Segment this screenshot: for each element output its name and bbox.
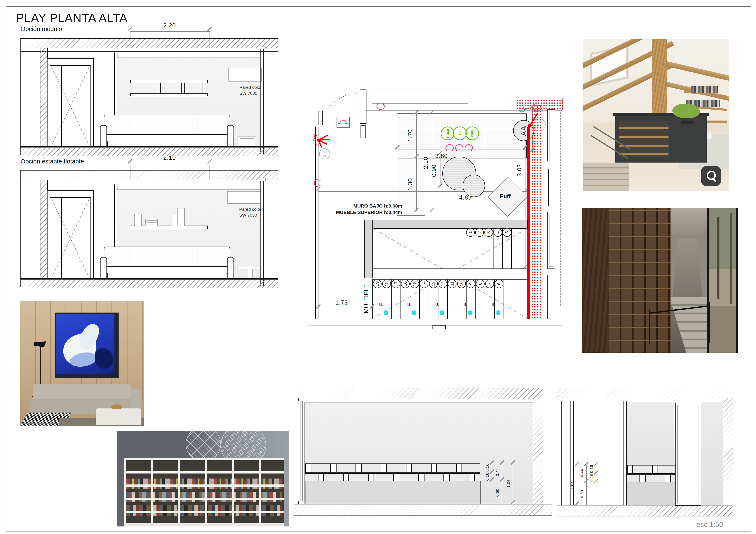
sofa-cushion-divider	[197, 115, 197, 134]
sofa-cushion-divider	[166, 115, 166, 134]
window-frame-inner	[549, 214, 553, 267]
dim-label-clear-front: 2.10	[422, 157, 429, 169]
dim-line-2-20	[130, 31, 210, 32]
sofa-back	[104, 246, 230, 267]
sofa-cushion-divider	[197, 247, 197, 266]
photo-attic-bedroom	[583, 39, 729, 191]
dim-line-0-90	[440, 154, 441, 187]
module-post	[134, 83, 137, 93]
plan-left-wall-inner	[318, 127, 318, 319]
shelf-rail-upper	[305, 464, 480, 472]
stair-tread-number: 1	[466, 228, 475, 237]
sofa-cushion-split	[82, 385, 82, 400]
plan-top-wall	[365, 107, 515, 107]
upper-cabinet-note: MUEBLE SUPERIOR h:0.44m	[329, 210, 402, 215]
drop-ceiling-line	[117, 58, 260, 58]
section-ceiling-hatch	[294, 388, 543, 399]
hdmi-connection: HDMI	[441, 126, 454, 140]
dim-label-window-wall: 3.03	[516, 164, 523, 176]
door-leaf	[50, 65, 91, 147]
abstract-painting	[55, 313, 119, 378]
wood-column	[582, 208, 609, 353]
plan-left-wall	[315, 127, 316, 319]
lens-magnifier-handle	[712, 178, 716, 182]
ceiling-slab-hatch	[20, 170, 278, 180]
adjacent-room-inner	[372, 90, 468, 104]
photo-living-room	[20, 301, 144, 426]
section-mullion	[573, 401, 574, 505]
module-post	[181, 83, 185, 93]
lens-search-button[interactable]	[701, 166, 721, 186]
floor-slab-hatch	[20, 279, 278, 288]
floor-line	[20, 278, 278, 279]
stair-wall-top	[364, 220, 528, 229]
multiple-label: MULTIPLE	[363, 279, 370, 318]
bookshelf-shelves	[619, 120, 668, 157]
sofa-seat	[104, 134, 230, 142]
section-glass-panel	[701, 402, 723, 505]
module-post	[158, 83, 161, 93]
floor-slab-hatch	[20, 147, 278, 156]
coffee-table	[96, 408, 142, 425]
low-wall	[627, 482, 676, 505]
tall-door-frame-inner	[677, 405, 698, 503]
elevation-left-edge	[20, 170, 20, 287]
step-light-led	[384, 311, 388, 315]
dim-label-total-h: 1.04	[506, 479, 511, 487]
low-wall-note: MURO BAJO h:0.60m	[342, 203, 402, 209]
hdmi-label: HDMI	[446, 129, 449, 138]
picture-frame	[134, 214, 142, 226]
low-wall	[305, 481, 481, 504]
wall-stub	[554, 275, 554, 319]
ceiling-slab-hatch	[20, 38, 278, 48]
stair-tread-number: 3	[484, 228, 493, 237]
stair-tread-number: 17	[392, 279, 400, 288]
section-ceiling-reveal	[317, 408, 533, 408]
scale-note: esc 1:50	[696, 521, 723, 529]
shelf-rail-upper	[627, 465, 675, 474]
sofa-armrest-right	[227, 257, 234, 279]
ceiling-lamp-symbol-box	[337, 117, 350, 128]
dim-line-1-70-1-30	[416, 114, 417, 211]
stair-tread-number: 15	[410, 279, 419, 288]
module-post	[202, 83, 205, 93]
section-label-option-module: Opción módulo	[20, 26, 62, 33]
wifi-label: WIFI	[471, 130, 474, 137]
wall-note-box	[227, 191, 261, 204]
tree-trunk	[730, 213, 732, 304]
wall-note-box	[229, 68, 261, 82]
stair-tread-number: 11	[448, 279, 456, 288]
window-frame-inner	[549, 111, 553, 159]
stair-tread-number: 13	[429, 279, 438, 288]
gold-bowl	[111, 404, 122, 409]
wall-note-line1: Pared color	[239, 85, 261, 90]
sofa-cushion-divider	[135, 115, 135, 134]
red-dotted-band	[530, 107, 541, 319]
dim-line-104	[577, 465, 577, 505]
glazing-mullion	[260, 180, 261, 287]
mullion-head	[259, 47, 265, 49]
drop-ceiling-line	[117, 190, 260, 190]
dim-label-shelf-t2: 0.16	[485, 472, 490, 481]
sofa-cushion-divider	[166, 247, 166, 266]
dim-label-clear-side: 1.30	[407, 178, 414, 191]
stair-tread-number: 19	[373, 279, 382, 288]
lens-magnifier-icon	[707, 171, 716, 180]
section-mullion	[624, 401, 624, 505]
dim-label-low-wall-h: 0.60	[580, 490, 584, 498]
door-leaf	[50, 197, 91, 279]
dim-label-rail-h: 0.44	[495, 468, 500, 476]
sofa-armrest-left	[100, 257, 107, 279]
dim-label-rail-h: 0.44	[580, 469, 584, 477]
stair-tread-number: 18	[382, 279, 391, 288]
section-floor-hatch	[294, 504, 552, 516]
page-title: PLAY PLANTA ALTA	[16, 11, 127, 25]
book-stack	[145, 219, 158, 226]
stair-tread-number: 12	[439, 279, 447, 288]
sofa-armrest-left	[100, 125, 107, 147]
dimmer-label: DIM	[323, 151, 327, 157]
step-light-label: F	[435, 303, 440, 306]
shelf-dividers	[124, 458, 284, 526]
stair-tread-number: 9	[467, 279, 475, 288]
dim-label-module-width: 2.20	[163, 22, 176, 29]
